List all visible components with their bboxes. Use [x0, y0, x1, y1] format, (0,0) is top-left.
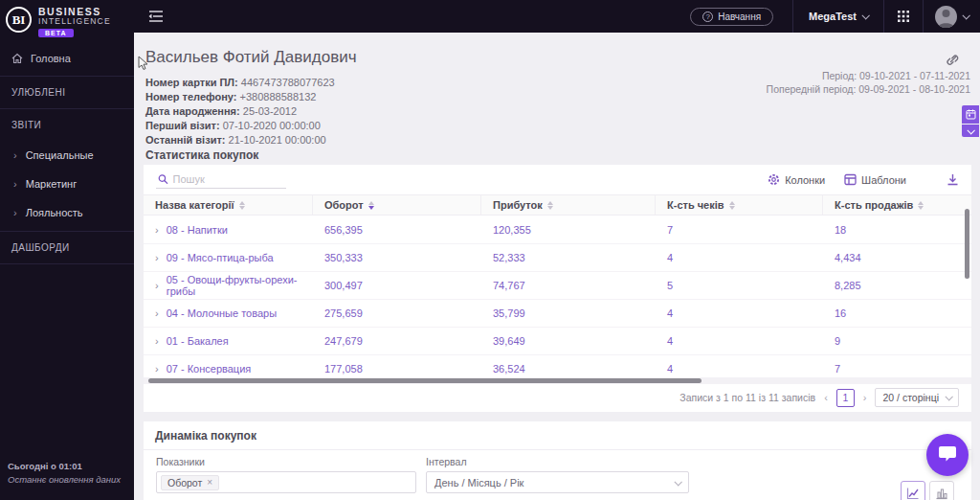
- field-value: 4467473788077623: [241, 77, 335, 88]
- vertical-scrollbar-thumb[interactable]: [965, 209, 969, 279]
- field-value: 21-10-2021 00:00:00: [229, 134, 326, 146]
- table-row[interactable]: ›01 - Бакалея 247,679 39,649 4 9: [144, 328, 971, 355]
- chat-fab-button[interactable]: [926, 434, 969, 476]
- table-toolbar: Колонки Шаблони: [144, 165, 971, 194]
- cell-checks: 4: [656, 300, 823, 327]
- sidebar-item-special[interactable]: › Специальные: [0, 141, 134, 170]
- field-label: Перший візит:: [145, 120, 220, 131]
- expand-row-icon[interactable]: ›: [155, 252, 159, 263]
- training-button[interactable]: ? Навчання: [690, 8, 773, 26]
- per-page-value: 20 / сторінці: [882, 392, 939, 403]
- cell-sales: 16: [823, 300, 971, 327]
- pagination-summary: Записи з 1 по 11 із 11 записів: [679, 392, 815, 403]
- cell-turnover: 350,333: [313, 244, 481, 271]
- sidebar: BI BUSINESS INTELLIGENCE BETA Головна УЛ…: [0, 0, 134, 500]
- logo-line2: INTELLIGENCE: [38, 17, 111, 26]
- cell-category: 07 - Консервация: [167, 363, 252, 375]
- table-row[interactable]: ›05 - Овощи-фрукты-орехи-грибы 300,497 7…: [144, 272, 971, 300]
- download-button[interactable]: [947, 173, 959, 186]
- column-header-turnover[interactable]: Оборот: [313, 195, 481, 215]
- sidebar-section-reports[interactable]: ЗВІТИ: [0, 108, 134, 141]
- field-label: Номер картки ПЛ:: [145, 77, 238, 88]
- per-page-select[interactable]: 20 / сторінці: [875, 388, 959, 407]
- field-value: +380888588132: [240, 91, 317, 102]
- sidebar-section-dashboards[interactable]: ДАШБОРДИ: [0, 231, 134, 264]
- cell-profit: 35,799: [481, 300, 656, 327]
- indicators-label: Показники: [156, 456, 416, 467]
- sort-icon: [729, 201, 735, 210]
- cell-category: 09 - Мясо-птица-рыба: [167, 252, 274, 263]
- bar-chart-icon: [935, 487, 948, 500]
- menu-fold-icon[interactable]: [148, 10, 164, 23]
- last-update-caption: Останнє оновлення даних: [8, 473, 124, 487]
- column-header-checks[interactable]: К-сть чеків: [656, 195, 823, 215]
- sidebar-item-loyalty[interactable]: › Лояльность: [0, 198, 134, 227]
- chevron-down-icon: [674, 478, 681, 486]
- cell-turnover: 300,497: [313, 272, 481, 299]
- sort-icon-active-desc: [368, 201, 374, 210]
- sidebar-section-favorites[interactable]: УЛЮБЛЕНІ: [0, 76, 134, 108]
- field-label: Останній візит:: [145, 134, 225, 146]
- app-root: BI BUSINESS INTELLIGENCE BETA Головна УЛ…: [0, 0, 980, 500]
- next-page-button[interactable]: ›: [863, 392, 867, 403]
- question-icon: ?: [702, 11, 713, 22]
- expand-row-icon[interactable]: ›: [155, 224, 159, 236]
- expand-row-icon[interactable]: ›: [155, 335, 159, 347]
- cell-checks: 5: [656, 272, 823, 299]
- page-number-button[interactable]: 1: [836, 389, 855, 407]
- period-info: Період: 09-10-2021 - 07-11-2021 Попередн…: [767, 69, 970, 96]
- search-input[interactable]: [173, 173, 284, 185]
- app-logo[interactable]: BI BUSINESS INTELLIGENCE BETA: [0, 0, 134, 43]
- field-label: Номер телефону:: [145, 91, 237, 102]
- toolbar-buttons: Колонки Шаблони: [762, 171, 971, 188]
- page-title: Васильев Фотий Давидович: [145, 48, 357, 67]
- period-collapse-button[interactable]: [962, 125, 979, 137]
- last-update-time: Сьогодні о 01:01: [8, 460, 124, 473]
- org-selector[interactable]: MegaTest: [793, 0, 883, 33]
- indicators-input[interactable]: Оборот ×: [156, 471, 416, 493]
- expand-row-icon[interactable]: ›: [155, 363, 159, 375]
- dynamics-section-title: Динаміка покупок: [144, 421, 971, 450]
- chip-close-icon[interactable]: ×: [207, 477, 212, 488]
- column-header-profit[interactable]: Прибуток: [481, 195, 656, 215]
- stats-card: Колонки Шаблони Назва категорії: [144, 165, 971, 412]
- line-chart-icon: [906, 487, 920, 500]
- interval-label: Інтервал: [426, 456, 689, 467]
- cell-category: 01 - Бакалея: [167, 335, 229, 347]
- form-fields-row: Оборот × День / Місяць / Рік: [156, 471, 959, 493]
- cell-turnover: 275,659: [313, 300, 481, 327]
- prev-page-button[interactable]: ‹: [824, 392, 828, 403]
- user-menu[interactable]: [924, 0, 980, 33]
- sidebar-item-label: Лояльность: [26, 207, 83, 218]
- table-row[interactable]: ›09 - Мясо-птица-рыба 350,333 52,333 4 4…: [144, 244, 971, 272]
- sidebar-item-marketing[interactable]: › Маркетинг: [0, 170, 134, 198]
- topbar: ? Навчання MegaTest: [134, 0, 980, 33]
- period-calendar-button[interactable]: [962, 105, 979, 124]
- expand-row-icon[interactable]: ›: [155, 307, 159, 319]
- bar-chart-toggle[interactable]: [929, 481, 954, 500]
- dynamics-card: Динаміка покупок Показники Інтервал Обор…: [144, 421, 971, 500]
- cell-sales: 8,285: [823, 272, 971, 299]
- cell-sales: 4,434: [823, 244, 971, 271]
- apps-grid-button[interactable]: [884, 0, 923, 33]
- sort-icon: [547, 201, 553, 210]
- column-header-sales[interactable]: К-сть продажів: [823, 195, 971, 215]
- table-row[interactable]: ›08 - Напитки 656,395 120,355 7 18: [144, 216, 971, 244]
- calendar-icon: [966, 109, 976, 120]
- header-label: Назва категорії: [155, 199, 234, 211]
- table-row[interactable]: ›04 - Молочные товары 275,659 35,799 4 1…: [144, 300, 971, 328]
- info-birthdate: Дата народження: 25-03-2012: [145, 104, 335, 119]
- info-card-number: Номер картки ПЛ: 4467473788077623: [145, 76, 335, 90]
- line-chart-toggle[interactable]: [901, 481, 925, 500]
- interval-select[interactable]: День / Місяць / Рік: [426, 471, 689, 493]
- expand-row-icon[interactable]: ›: [155, 280, 159, 291]
- sidebar-item-home[interactable]: Головна: [0, 43, 134, 76]
- horizontal-scrollbar-thumb[interactable]: [148, 378, 702, 383]
- home-icon: [11, 53, 23, 64]
- link-icon[interactable]: [945, 54, 959, 68]
- templates-button[interactable]: Шаблони: [838, 171, 912, 188]
- columns-button[interactable]: Колонки: [762, 171, 831, 188]
- column-header-category[interactable]: Назва категорії: [144, 195, 313, 215]
- download-icon: [947, 173, 959, 186]
- form-labels-row: Показники Інтервал: [156, 456, 959, 471]
